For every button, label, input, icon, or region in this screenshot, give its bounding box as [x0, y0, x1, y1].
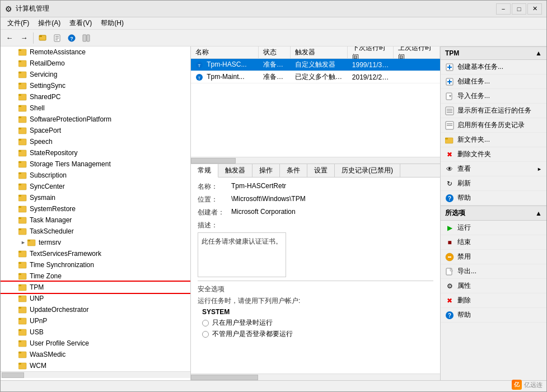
tree-item-waasmedic[interactable]: WaaSMedic	[1, 349, 190, 360]
tree-item-subscription[interactable]: Subscription	[1, 170, 190, 181]
action-delete[interactable]: ✖ 删除	[441, 293, 546, 308]
svg-rect-57	[18, 307, 21, 309]
tree-item-sysmain[interactable]: Sysmain	[1, 192, 190, 203]
action-enable-history[interactable]: 启用所有任务历史记录	[441, 118, 546, 133]
tab-conditions[interactable]: 条件	[280, 164, 307, 177]
minimize-button[interactable]: −	[496, 3, 511, 15]
task-row[interactable]: T Tpm-Maint... 准备就绪 已定义多个触发器 2019/12/20 …	[191, 71, 440, 83]
close-button[interactable]: ✕	[527, 3, 542, 15]
menu-file[interactable]: 文件(F)	[3, 17, 34, 29]
title-controls: − □ ✕	[496, 3, 542, 15]
radio-option-2[interactable]: 不管用户是否登录都要运行	[202, 329, 433, 339]
tree-item-updateorchestrator[interactable]: UpdateOrchestrator	[1, 304, 190, 315]
col-header-next-run[interactable]: 下次运行时间	[348, 46, 394, 58]
tree-item-retaildemo[interactable]: RetailDemo	[1, 58, 190, 69]
radio-option-1[interactable]: 只在用户登录时运行	[202, 318, 433, 328]
action-end[interactable]: ■ 结束	[441, 235, 546, 250]
maximize-button[interactable]: □	[512, 3, 526, 15]
forward-button[interactable]: →	[17, 31, 31, 45]
properties-button[interactable]	[50, 31, 64, 45]
task-next-run-cell: 1999/11/30 0	[348, 60, 394, 70]
sidebar-hscrollbar[interactable]	[1, 371, 190, 378]
svg-text:T: T	[198, 63, 201, 68]
folder-icon	[18, 104, 27, 113]
tree-item-softwareprotection[interactable]: SoftwareProtectionPlatform	[1, 114, 190, 125]
tree-item-unp[interactable]: UNP	[1, 293, 190, 304]
tree-item-systemrestore[interactable]: SystemRestore	[1, 203, 190, 214]
tab-general[interactable]: 常规	[191, 164, 218, 178]
tree-item-shell[interactable]: Shell	[1, 102, 190, 114]
up-button[interactable]	[36, 31, 49, 45]
menu-view[interactable]: 查看(V)	[65, 17, 96, 29]
tree-item-tpm[interactable]: TPM	[1, 282, 190, 293]
tree-item-time-zone[interactable]: Time Zone	[1, 270, 190, 282]
tree-item-synccenter[interactable]: SyncCenter	[1, 181, 190, 192]
action-help-s1[interactable]: ? 帮助	[441, 191, 546, 206]
tree-item-termsrv[interactable]: ► termsrv	[1, 237, 190, 248]
scrollbar-thumb[interactable]	[191, 158, 236, 164]
author-label: 创建者：	[198, 208, 231, 217]
tree-item-staterepository[interactable]: StateRepository	[1, 147, 190, 158]
tree-item-sharedpc[interactable]: SharedPC	[1, 91, 190, 102]
radio-circle-2	[202, 331, 209, 338]
action-show-running[interactable]: 显示所有正在运行的任务	[441, 104, 546, 118]
tree-item-speech[interactable]: Speech	[1, 136, 190, 147]
tree-item-spaceport[interactable]: SpacePort	[1, 125, 190, 136]
tree-item-task-manager[interactable]: Task Manager	[1, 214, 190, 226]
tree-item-remoteassistance[interactable]: RemoteAssistance	[1, 46, 190, 58]
right-panel: 名称 状态 触发器 下次运行时间 上次运行时间 T Tpm-HASC... 准备…	[191, 46, 440, 380]
radio-label-1: 只在用户登录时运行	[212, 318, 273, 328]
action-delete-folder[interactable]: ✖ 删除文件夹	[441, 147, 546, 162]
action-refresh[interactable]: ↻ 刷新	[441, 176, 546, 191]
tree-item-wcm[interactable]: WCM	[1, 360, 190, 371]
action-help-s2-label: 帮助	[457, 310, 471, 320]
tree-label: StateRepository	[30, 149, 77, 157]
action-help-s2[interactable]: ? 帮助	[441, 308, 546, 323]
action-export[interactable]: 导出...	[441, 264, 546, 279]
action-view[interactable]: 👁 查看 ►	[441, 162, 546, 176]
task-name: Tpm-HASC...	[207, 60, 246, 68]
tab-settings[interactable]: 设置	[307, 164, 335, 177]
action-new-folder[interactable]: 新文件夹...	[441, 133, 546, 147]
tab-triggers[interactable]: 触发器	[218, 164, 253, 177]
menu-help[interactable]: 帮助(H)	[96, 17, 128, 29]
action-disable[interactable]: 禁用	[441, 250, 546, 264]
folder-icon	[18, 294, 27, 303]
tree-item-user-profile[interactable]: User Profile Service	[1, 338, 190, 349]
action-create-basic[interactable]: 创建基本任务...	[441, 60, 546, 74]
tree-label: Sysmain	[30, 194, 55, 202]
show-hide-button[interactable]	[80, 31, 93, 45]
svg-rect-39	[18, 206, 21, 208]
task-hscrollbar[interactable]	[191, 157, 440, 164]
col-header-status[interactable]: 状态	[259, 46, 291, 58]
action-run[interactable]: ▶ 运行	[441, 221, 546, 235]
tree-item-settingsync[interactable]: SettingSync	[1, 80, 190, 91]
action-import[interactable]: 导入任务...	[441, 89, 546, 104]
task-row[interactable]: T Tpm-HASC... 准备就绪 自定义触发器 1999/11/30 0	[191, 59, 440, 71]
location-value: \Microsoft\Windows\TPM	[231, 195, 433, 203]
tab-actions[interactable]: 操作	[253, 164, 280, 177]
tree-item-taskscheduler[interactable]: TaskScheduler	[1, 226, 190, 237]
detail-hscrollbar[interactable]	[191, 374, 440, 380]
menu-action[interactable]: 操作(A)	[34, 17, 65, 29]
svg-rect-67	[18, 363, 21, 365]
svg-rect-15	[18, 72, 21, 73]
action-properties[interactable]: ⚙ 属性	[441, 279, 546, 293]
back-button[interactable]: ←	[3, 31, 16, 45]
col-header-trigger[interactable]: 触发器	[291, 46, 348, 58]
scrollbar-thumb[interactable]	[191, 375, 258, 380]
tree-item-storage-tiers[interactable]: Storage Tiers Management	[1, 158, 190, 170]
tree-item-servicing[interactable]: Servicing	[1, 69, 190, 80]
col-header-name[interactable]: 名称	[191, 46, 259, 58]
tab-history[interactable]: 历史记录(已禁用)	[335, 164, 400, 177]
location-label: 位置：	[198, 195, 231, 204]
svg-rect-17	[18, 83, 21, 85]
col-header-last-run[interactable]: 上次运行时间	[394, 46, 440, 58]
help-button[interactable]: ?	[65, 31, 78, 45]
tree-item-textservices[interactable]: TextServicesFramework	[1, 248, 190, 259]
enable-history-icon	[445, 121, 454, 130]
tree-item-upnp[interactable]: UPnP	[1, 315, 190, 326]
tree-item-time-sync[interactable]: Time Synchronization	[1, 259, 190, 270]
tree-item-usb[interactable]: USB	[1, 326, 190, 338]
action-create-task[interactable]: 创建任务...	[441, 74, 546, 89]
